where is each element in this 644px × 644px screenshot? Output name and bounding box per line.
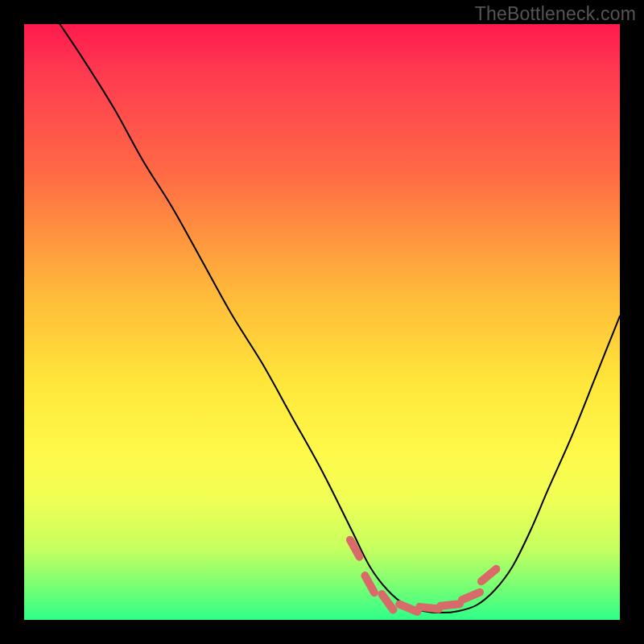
- valley-dash: [365, 576, 374, 592]
- watermark-label: TheBottleneck.com: [475, 3, 636, 25]
- valley-dash: [481, 569, 496, 581]
- plot-area: [24, 24, 620, 620]
- chart-frame: TheBottleneck.com: [0, 0, 644, 644]
- valley-dash: [399, 605, 417, 612]
- valley-dash: [419, 607, 439, 609]
- valley-dash-group: [350, 540, 497, 612]
- valley-dash: [382, 594, 393, 609]
- chart-svg: [24, 24, 620, 620]
- bottleneck-curve: [60, 24, 620, 613]
- valley-dash: [440, 604, 460, 606]
- valley-dash: [462, 592, 480, 600]
